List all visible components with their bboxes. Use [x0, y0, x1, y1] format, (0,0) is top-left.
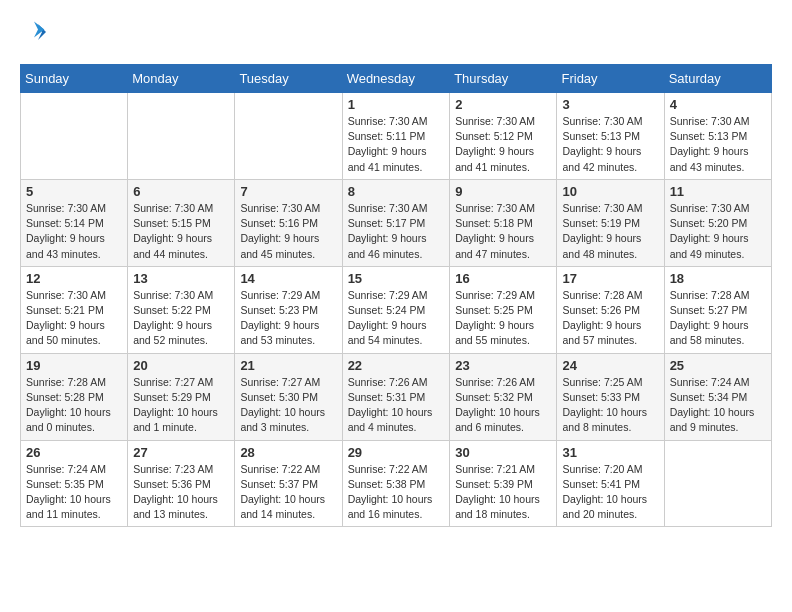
day-number: 15 — [348, 271, 445, 286]
day-number: 8 — [348, 184, 445, 199]
calendar-cell: 20Sunrise: 7:27 AM Sunset: 5:29 PM Dayli… — [128, 353, 235, 440]
day-info: Sunrise: 7:27 AM Sunset: 5:29 PM Dayligh… — [133, 375, 229, 436]
calendar-cell: 16Sunrise: 7:29 AM Sunset: 5:25 PM Dayli… — [450, 266, 557, 353]
day-info: Sunrise: 7:26 AM Sunset: 5:32 PM Dayligh… — [455, 375, 551, 436]
calendar-cell: 8Sunrise: 7:30 AM Sunset: 5:17 PM Daylig… — [342, 179, 450, 266]
calendar-cell: 2Sunrise: 7:30 AM Sunset: 5:12 PM Daylig… — [450, 93, 557, 180]
day-info: Sunrise: 7:30 AM Sunset: 5:12 PM Dayligh… — [455, 114, 551, 175]
day-info: Sunrise: 7:22 AM Sunset: 5:37 PM Dayligh… — [240, 462, 336, 523]
calendar-cell: 6Sunrise: 7:30 AM Sunset: 5:15 PM Daylig… — [128, 179, 235, 266]
day-info: Sunrise: 7:24 AM Sunset: 5:35 PM Dayligh… — [26, 462, 122, 523]
calendar-cell: 15Sunrise: 7:29 AM Sunset: 5:24 PM Dayli… — [342, 266, 450, 353]
day-number: 9 — [455, 184, 551, 199]
calendar-day-header: Thursday — [450, 65, 557, 93]
day-number: 26 — [26, 445, 122, 460]
calendar-cell: 21Sunrise: 7:27 AM Sunset: 5:30 PM Dayli… — [235, 353, 342, 440]
day-info: Sunrise: 7:29 AM Sunset: 5:25 PM Dayligh… — [455, 288, 551, 349]
calendar-cell: 25Sunrise: 7:24 AM Sunset: 5:34 PM Dayli… — [664, 353, 771, 440]
day-number: 10 — [562, 184, 658, 199]
day-number: 13 — [133, 271, 229, 286]
calendar-cell: 24Sunrise: 7:25 AM Sunset: 5:33 PM Dayli… — [557, 353, 664, 440]
day-info: Sunrise: 7:29 AM Sunset: 5:24 PM Dayligh… — [348, 288, 445, 349]
day-info: Sunrise: 7:26 AM Sunset: 5:31 PM Dayligh… — [348, 375, 445, 436]
calendar-cell: 31Sunrise: 7:20 AM Sunset: 5:41 PM Dayli… — [557, 440, 664, 527]
day-number: 19 — [26, 358, 122, 373]
calendar-cell: 3Sunrise: 7:30 AM Sunset: 5:13 PM Daylig… — [557, 93, 664, 180]
day-info: Sunrise: 7:30 AM Sunset: 5:13 PM Dayligh… — [562, 114, 658, 175]
day-info: Sunrise: 7:25 AM Sunset: 5:33 PM Dayligh… — [562, 375, 658, 436]
logo-icon — [22, 20, 46, 44]
day-info: Sunrise: 7:30 AM Sunset: 5:20 PM Dayligh… — [670, 201, 766, 262]
calendar-cell: 28Sunrise: 7:22 AM Sunset: 5:37 PM Dayli… — [235, 440, 342, 527]
calendar-day-header: Friday — [557, 65, 664, 93]
day-info: Sunrise: 7:30 AM Sunset: 5:11 PM Dayligh… — [348, 114, 445, 175]
day-info: Sunrise: 7:28 AM Sunset: 5:27 PM Dayligh… — [670, 288, 766, 349]
day-number: 29 — [348, 445, 445, 460]
day-number: 12 — [26, 271, 122, 286]
calendar-day-header: Saturday — [664, 65, 771, 93]
calendar-cell — [664, 440, 771, 527]
calendar-cell: 12Sunrise: 7:30 AM Sunset: 5:21 PM Dayli… — [21, 266, 128, 353]
calendar-cell: 17Sunrise: 7:28 AM Sunset: 5:26 PM Dayli… — [557, 266, 664, 353]
calendar-cell: 10Sunrise: 7:30 AM Sunset: 5:19 PM Dayli… — [557, 179, 664, 266]
calendar-cell — [128, 93, 235, 180]
calendar-cell: 29Sunrise: 7:22 AM Sunset: 5:38 PM Dayli… — [342, 440, 450, 527]
day-info: Sunrise: 7:30 AM Sunset: 5:16 PM Dayligh… — [240, 201, 336, 262]
calendar-cell: 9Sunrise: 7:30 AM Sunset: 5:18 PM Daylig… — [450, 179, 557, 266]
calendar-cell — [21, 93, 128, 180]
day-number: 23 — [455, 358, 551, 373]
day-info: Sunrise: 7:30 AM Sunset: 5:21 PM Dayligh… — [26, 288, 122, 349]
calendar-day-header: Monday — [128, 65, 235, 93]
day-info: Sunrise: 7:30 AM Sunset: 5:15 PM Dayligh… — [133, 201, 229, 262]
day-number: 18 — [670, 271, 766, 286]
calendar-cell: 4Sunrise: 7:30 AM Sunset: 5:13 PM Daylig… — [664, 93, 771, 180]
calendar-day-header: Tuesday — [235, 65, 342, 93]
day-number: 14 — [240, 271, 336, 286]
day-number: 27 — [133, 445, 229, 460]
day-number: 21 — [240, 358, 336, 373]
calendar-week-row: 5Sunrise: 7:30 AM Sunset: 5:14 PM Daylig… — [21, 179, 772, 266]
day-info: Sunrise: 7:30 AM Sunset: 5:19 PM Dayligh… — [562, 201, 658, 262]
day-number: 4 — [670, 97, 766, 112]
calendar-week-row: 26Sunrise: 7:24 AM Sunset: 5:35 PM Dayli… — [21, 440, 772, 527]
calendar-cell: 30Sunrise: 7:21 AM Sunset: 5:39 PM Dayli… — [450, 440, 557, 527]
day-number: 25 — [670, 358, 766, 373]
calendar-day-header: Wednesday — [342, 65, 450, 93]
day-number: 22 — [348, 358, 445, 373]
day-number: 2 — [455, 97, 551, 112]
calendar-cell: 26Sunrise: 7:24 AM Sunset: 5:35 PM Dayli… — [21, 440, 128, 527]
day-number: 5 — [26, 184, 122, 199]
day-info: Sunrise: 7:30 AM Sunset: 5:22 PM Dayligh… — [133, 288, 229, 349]
calendar-header-row: SundayMondayTuesdayWednesdayThursdayFrid… — [21, 65, 772, 93]
calendar-cell: 13Sunrise: 7:30 AM Sunset: 5:22 PM Dayli… — [128, 266, 235, 353]
calendar-cell: 19Sunrise: 7:28 AM Sunset: 5:28 PM Dayli… — [21, 353, 128, 440]
day-info: Sunrise: 7:23 AM Sunset: 5:36 PM Dayligh… — [133, 462, 229, 523]
day-info: Sunrise: 7:30 AM Sunset: 5:18 PM Dayligh… — [455, 201, 551, 262]
calendar-table: SundayMondayTuesdayWednesdayThursdayFrid… — [20, 64, 772, 527]
svg-marker-1 — [34, 22, 44, 38]
day-number: 3 — [562, 97, 658, 112]
day-info: Sunrise: 7:22 AM Sunset: 5:38 PM Dayligh… — [348, 462, 445, 523]
day-number: 30 — [455, 445, 551, 460]
day-info: Sunrise: 7:20 AM Sunset: 5:41 PM Dayligh… — [562, 462, 658, 523]
calendar-cell: 23Sunrise: 7:26 AM Sunset: 5:32 PM Dayli… — [450, 353, 557, 440]
day-number: 28 — [240, 445, 336, 460]
day-number: 16 — [455, 271, 551, 286]
day-info: Sunrise: 7:30 AM Sunset: 5:17 PM Dayligh… — [348, 201, 445, 262]
page-header — [20, 20, 772, 48]
day-info: Sunrise: 7:28 AM Sunset: 5:26 PM Dayligh… — [562, 288, 658, 349]
calendar-week-row: 12Sunrise: 7:30 AM Sunset: 5:21 PM Dayli… — [21, 266, 772, 353]
day-number: 7 — [240, 184, 336, 199]
calendar-cell: 14Sunrise: 7:29 AM Sunset: 5:23 PM Dayli… — [235, 266, 342, 353]
calendar-cell: 27Sunrise: 7:23 AM Sunset: 5:36 PM Dayli… — [128, 440, 235, 527]
calendar-week-row: 19Sunrise: 7:28 AM Sunset: 5:28 PM Dayli… — [21, 353, 772, 440]
day-number: 31 — [562, 445, 658, 460]
day-info: Sunrise: 7:24 AM Sunset: 5:34 PM Dayligh… — [670, 375, 766, 436]
day-number: 17 — [562, 271, 658, 286]
calendar-cell: 22Sunrise: 7:26 AM Sunset: 5:31 PM Dayli… — [342, 353, 450, 440]
logo — [20, 20, 46, 48]
day-info: Sunrise: 7:30 AM Sunset: 5:13 PM Dayligh… — [670, 114, 766, 175]
day-number: 1 — [348, 97, 445, 112]
calendar-cell: 5Sunrise: 7:30 AM Sunset: 5:14 PM Daylig… — [21, 179, 128, 266]
day-info: Sunrise: 7:29 AM Sunset: 5:23 PM Dayligh… — [240, 288, 336, 349]
